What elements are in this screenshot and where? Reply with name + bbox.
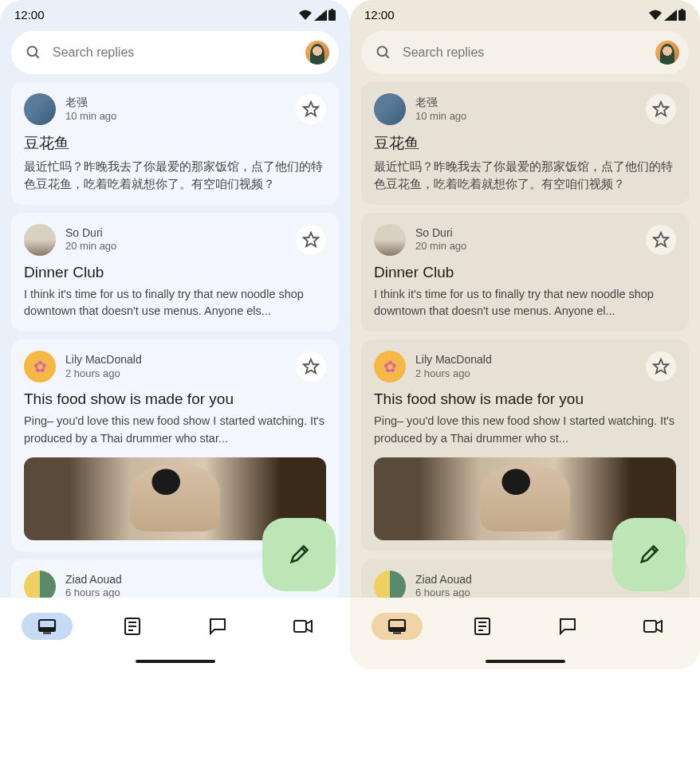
search-bar[interactable]: [11, 31, 339, 74]
message-card[interactable]: 老强 10 min ago 豆花鱼 最近忙吗？昨晚我去了你最爱的那家饭馆，点了他…: [11, 82, 339, 205]
timestamp: 10 min ago: [415, 110, 636, 124]
chat-icon: [209, 618, 226, 635]
clock: 12:00: [364, 8, 395, 22]
home-indicator[interactable]: [136, 660, 215, 663]
message-body: 最近忙吗？昨晚我去了你最爱的那家饭馆，点了他们的特色豆花鱼，吃着吃着就想你了。有…: [374, 159, 676, 194]
timestamp: 10 min ago: [65, 110, 286, 124]
message-title: 豆花鱼: [374, 133, 676, 154]
nav-tab-chat[interactable]: [542, 613, 593, 640]
nav-tab-chat[interactable]: [192, 613, 243, 640]
star-button[interactable]: [646, 225, 676, 255]
wifi-icon: [648, 10, 663, 21]
star-button[interactable]: [646, 94, 676, 124]
pencil-icon: [638, 543, 660, 566]
star-icon: [652, 100, 670, 118]
sender-avatar[interactable]: [374, 351, 406, 382]
sender-avatar[interactable]: [24, 224, 56, 256]
home-filled-icon: [37, 618, 57, 634]
card-header: So Duri 20 min ago: [24, 224, 326, 256]
sender-avatar[interactable]: [374, 571, 406, 598]
message-card[interactable]: So Duri 20 min ago Dinner Club I think i…: [11, 213, 339, 332]
signal-icon: [664, 10, 677, 21]
sender-avatar[interactable]: [374, 93, 406, 125]
pencil-icon: [288, 543, 310, 566]
sender-name: Lily MacDonald: [415, 352, 636, 367]
video-icon: [643, 620, 663, 633]
nav-tab-articles[interactable]: [457, 613, 508, 640]
message-body: Ping– you'd love this new food show I st…: [24, 413, 326, 448]
sender-avatar[interactable]: [24, 571, 56, 598]
profile-avatar[interactable]: [655, 41, 679, 65]
card-header: 老强 10 min ago: [374, 93, 676, 125]
card-meta: Lily MacDonald 2 hours ago: [65, 352, 286, 380]
svg-rect-25: [389, 627, 405, 631]
status-bar: 12:00: [0, 0, 350, 26]
nav-tab-video[interactable]: [627, 613, 678, 640]
home-filled-icon: [387, 618, 407, 634]
phone-mockup-blue: 12:00 老强 10 min ago 豆花鱼 最近忙吗: [0, 0, 350, 669]
svg-rect-16: [678, 10, 686, 22]
card-header: Lily MacDonald 2 hours ago: [374, 351, 676, 382]
star-button[interactable]: [646, 351, 676, 382]
message-title: Dinner Club: [374, 264, 676, 281]
battery-icon: [678, 9, 686, 21]
nav-tab-video[interactable]: [277, 613, 328, 640]
svg-marker-4: [304, 102, 318, 116]
sender-avatar[interactable]: [374, 224, 406, 256]
status-icons: [298, 9, 336, 21]
svg-point-2: [28, 47, 37, 57]
search-icon: [376, 45, 391, 61]
star-button[interactable]: [296, 351, 326, 382]
timestamp: 20 min ago: [65, 240, 286, 253]
chat-icon: [559, 618, 576, 635]
svg-marker-5: [304, 232, 318, 245]
message-body: Ping– you'd love this new food show I st…: [374, 413, 676, 448]
nav-tab-articles[interactable]: [107, 613, 158, 640]
compose-fab[interactable]: [612, 518, 686, 591]
video-icon: [293, 620, 313, 633]
compose-fab[interactable]: [262, 518, 336, 591]
message-title: 豆花鱼: [24, 133, 326, 154]
svg-line-19: [386, 55, 389, 58]
sender-name: 老强: [415, 95, 636, 109]
message-title: Dinner Club: [24, 264, 326, 281]
svg-rect-17: [681, 9, 683, 10]
search-input[interactable]: [403, 45, 644, 60]
nav-tab-home[interactable]: [22, 613, 73, 640]
svg-marker-22: [654, 359, 668, 373]
message-title: This food show is made for you: [24, 390, 326, 408]
message-body: I think it's time for us to finally try …: [24, 286, 326, 321]
svg-marker-20: [654, 102, 668, 116]
card-meta: So Duri 20 min ago: [415, 226, 636, 253]
timestamp: 20 min ago: [415, 240, 636, 253]
nav-tab-home[interactable]: [372, 613, 423, 640]
bottom-nav: [0, 598, 350, 669]
star-icon: [302, 231, 320, 249]
wifi-icon: [298, 10, 313, 21]
article-icon: [124, 618, 140, 635]
message-body: I think it's time for us to finally try …: [374, 286, 676, 321]
star-icon: [302, 100, 320, 118]
sender-avatar[interactable]: [24, 351, 56, 382]
profile-avatar[interactable]: [305, 41, 329, 65]
star-button[interactable]: [296, 225, 326, 255]
search-bar[interactable]: [361, 31, 689, 74]
signal-icon: [314, 10, 327, 21]
timestamp: 2 hours ago: [65, 367, 286, 381]
svg-marker-21: [654, 232, 668, 245]
message-card[interactable]: 老强 10 min ago 豆花鱼 最近忙吗？昨晚我去了你最爱的那家饭馆，点了他…: [361, 82, 689, 205]
sender-avatar[interactable]: [24, 93, 56, 125]
message-title: This food show is made for you: [374, 390, 676, 408]
star-icon: [302, 358, 320, 375]
home-indicator[interactable]: [486, 660, 565, 663]
star-button[interactable]: [296, 94, 326, 124]
star-icon: [652, 231, 670, 249]
message-body: 最近忙吗？昨晚我去了你最爱的那家饭馆，点了他们的特色豆花鱼，吃着吃着就想你了。有…: [24, 159, 326, 194]
svg-line-3: [36, 55, 39, 58]
card-header: Lily MacDonald 2 hours ago: [24, 351, 326, 382]
sender-name: Lily MacDonald: [65, 352, 286, 367]
message-card[interactable]: So Duri 20 min ago Dinner Club I think i…: [361, 213, 689, 332]
svg-marker-6: [304, 359, 318, 373]
search-input[interactable]: [53, 45, 294, 60]
card-meta: So Duri 20 min ago: [65, 226, 286, 253]
